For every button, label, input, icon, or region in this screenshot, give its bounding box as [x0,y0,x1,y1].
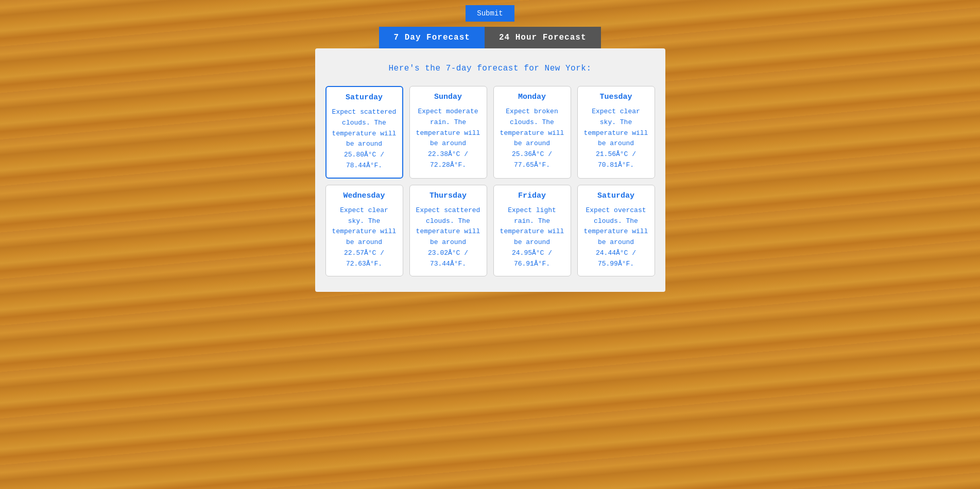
top-area: Submit 7 Day Forecast 24 Hour Forecast [0,0,980,48]
day-description: Expect light rain. The temperature will … [499,205,565,270]
day-name: Monday [499,93,565,101]
tab-bar: 7 Day Forecast 24 Hour Forecast [379,27,600,48]
submit-button[interactable]: Submit [466,5,514,22]
day-name: Friday [499,191,565,200]
tab-24hr[interactable]: 24 Hour Forecast [485,27,601,48]
day-card[interactable]: TuesdayExpect clear sky. The temperature… [577,86,655,179]
day-card[interactable]: FridayExpect light rain. The temperature… [493,185,571,276]
day-card[interactable]: ThursdayExpect scattered clouds. The tem… [409,185,487,276]
day-name: Saturday [332,93,397,102]
day-description: Expect clear sky. The temperature will b… [583,107,649,171]
day-name: Saturday [583,191,649,200]
day-card[interactable]: WednesdayExpect clear sky. The temperatu… [325,185,403,276]
day-card[interactable]: MondayExpect broken clouds. The temperat… [493,86,571,179]
day-card[interactable]: SundayExpect moderate rain. The temperat… [409,86,487,179]
day-description: Expect moderate rain. The temperature wi… [415,107,482,171]
day-description: Expect overcast clouds. The temperature … [583,205,649,270]
day-description: Expect clear sky. The temperature will b… [331,205,398,270]
forecast-title: Here's the 7-day forecast for New York: [325,64,655,73]
forecast-grid: SaturdayExpect scattered clouds. The tem… [325,86,655,276]
day-name: Wednesday [331,191,398,200]
day-name: Sunday [415,93,482,101]
day-name: Thursday [415,191,482,200]
day-name: Tuesday [583,93,649,101]
day-card[interactable]: SaturdayExpect scattered clouds. The tem… [325,86,403,179]
day-description: Expect broken clouds. The temperature wi… [499,107,565,171]
main-panel: Here's the 7-day forecast for New York: … [315,48,665,292]
day-description: Expect scattered clouds. The temperature… [332,107,397,171]
day-description: Expect scattered clouds. The temperature… [415,205,482,270]
day-card[interactable]: SaturdayExpect overcast clouds. The temp… [577,185,655,276]
tab-7day[interactable]: 7 Day Forecast [379,27,484,48]
